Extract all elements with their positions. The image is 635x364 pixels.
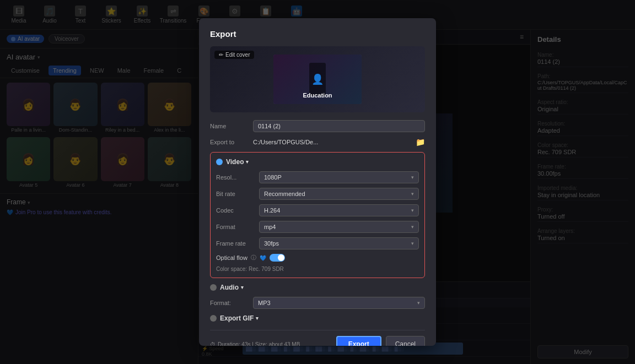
- cover-preview: ✏ Edit cover Education 👤: [210, 46, 425, 112]
- resolution-select[interactable]: 1080P ▾: [259, 171, 419, 183]
- export-modal: Export ✏ Edit cover Education 👤 Name Exp…: [199, 18, 436, 346]
- chevron-down-icon: ▾: [417, 300, 420, 306]
- video-section-title: Video ▾: [226, 158, 249, 166]
- resolution-label: Resol...: [216, 174, 255, 181]
- modal-title: Export: [210, 29, 425, 39]
- chevron-down-icon: ▾: [241, 285, 244, 290]
- duration-info: ⏱ Duration: 43s | Size: about 43 MB: [210, 341, 300, 346]
- export-gif-section: Export GIF ▾: [210, 314, 425, 322]
- cover-preview-image: Education 👤: [273, 55, 362, 104]
- video-toggle[interactable]: [216, 159, 223, 165]
- bitrate-label: Bit rate: [216, 191, 255, 197]
- folder-button[interactable]: 📁: [416, 138, 425, 146]
- audio-format-label: Format:: [210, 300, 249, 306]
- framerate-label: Frame rate: [216, 240, 255, 247]
- edit-icon: ✏: [219, 52, 223, 58]
- chevron-down-icon: ▾: [411, 224, 414, 230]
- optical-flow-row: Optical flow ⓘ 💙: [216, 254, 419, 262]
- codec-label: Codec: [216, 207, 255, 214]
- duration-icon: ⏱: [210, 341, 216, 346]
- framerate-select[interactable]: 30fps ▾: [259, 237, 419, 249]
- export-to-value: C:/Users/TOPGUS/De...: [253, 139, 411, 145]
- export-button[interactable]: Export: [336, 336, 381, 346]
- format-row: Format mp4 ▾: [216, 221, 419, 233]
- chevron-down-icon: ▾: [256, 316, 259, 321]
- codec-select[interactable]: H.264 ▾: [259, 204, 419, 216]
- optical-flow-toggle[interactable]: [270, 254, 285, 262]
- export-to-label: Export to: [210, 139, 249, 145]
- gif-section-title: Export GIF ▾: [220, 314, 259, 322]
- heart-icon: 💙: [260, 255, 266, 261]
- name-row: Name: [210, 120, 425, 132]
- chevron-down-icon: ▾: [411, 191, 414, 197]
- framerate-row: Frame rate 30fps ▾: [216, 237, 419, 249]
- chevron-down-icon: ▾: [411, 175, 414, 180]
- edit-cover-button[interactable]: ✏ Edit cover: [214, 51, 254, 59]
- modal-footer: ⏱ Duration: 43s | Size: about 43 MB Expo…: [210, 330, 425, 346]
- gif-toggle[interactable]: [210, 315, 217, 322]
- audio-section: Audio ▾ Format: MP3 ▾: [210, 284, 425, 309]
- video-section: Video ▾ Resol... 1080P ▾ Bit rate Recomm…: [210, 152, 425, 278]
- info-icon: ⓘ: [251, 254, 256, 262]
- bitrate-select[interactable]: Recommended ▾: [259, 188, 419, 200]
- format-label: Format: [216, 224, 255, 230]
- audio-section-title: Audio ▾: [220, 284, 244, 291]
- chevron-down-icon: ▾: [411, 208, 414, 213]
- format-select[interactable]: mp4 ▾: [259, 221, 419, 233]
- duration-label: Duration: 43s | Size: about 43 MB: [218, 341, 300, 346]
- cancel-button[interactable]: Cancel: [386, 336, 425, 346]
- gif-section-header: Export GIF ▾: [210, 314, 425, 322]
- audio-section-header: Audio ▾: [210, 284, 425, 291]
- color-space-label: Color space: Rec. 709 SDR: [216, 266, 419, 272]
- codec-row: Codec H.264 ▾: [216, 204, 419, 216]
- chevron-down-icon: ▾: [246, 159, 249, 165]
- footer-actions: Export Cancel: [336, 336, 425, 346]
- name-label: Name: [210, 123, 249, 129]
- chevron-down-icon: ▾: [411, 241, 414, 246]
- resolution-row: Resol... 1080P ▾: [216, 171, 419, 183]
- audio-format-select[interactable]: MP3 ▾: [253, 297, 425, 309]
- audio-toggle[interactable]: [210, 284, 217, 291]
- modal-overlay[interactable]: Export ✏ Edit cover Education 👤 Name Exp…: [0, 0, 635, 364]
- export-to-row: Export to C:/Users/TOPGUS/De... 📁: [210, 138, 425, 146]
- name-input[interactable]: [253, 120, 425, 132]
- optical-flow-label: Optical flow: [216, 254, 247, 261]
- bitrate-row: Bit rate Recommended ▾: [216, 188, 419, 200]
- audio-format-row: Format: MP3 ▾: [210, 297, 425, 309]
- video-section-header: Video ▾: [216, 158, 419, 166]
